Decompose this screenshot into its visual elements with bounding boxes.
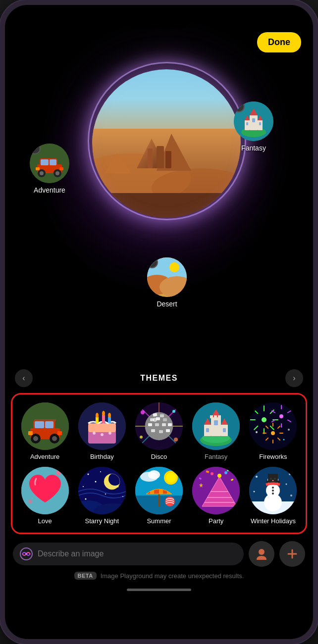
- theme-birthday-svg: [78, 402, 126, 450]
- svg-rect-7: [165, 151, 171, 168]
- describe-input[interactable]: [13, 543, 244, 565]
- theme-circle-starry-night: [78, 467, 126, 514]
- theme-circle-fantasy: [192, 402, 240, 450]
- svg-point-147: [105, 494, 106, 495]
- floating-item-desert[interactable]: −: [147, 257, 187, 308]
- add-button[interactable]: [279, 541, 305, 567]
- describe-input-wrapper: [13, 543, 244, 565]
- svg-point-130: [271, 431, 275, 435]
- theme-label-party: Party: [209, 517, 223, 525]
- theme-circle-love: [21, 467, 69, 514]
- svg-point-138: [100, 471, 101, 472]
- bottom-bar: BETA Image Playground may create unexpec…: [5, 534, 313, 598]
- theme-label-adventure: Adventure: [30, 453, 59, 461]
- svg-rect-46: [28, 431, 33, 435]
- theme-fantasy-svg: [192, 402, 240, 450]
- theme-item-fireworks[interactable]: Fireworks: [247, 402, 300, 461]
- person-button[interactable]: [249, 541, 274, 567]
- desert-label: Desert: [147, 300, 187, 308]
- svg-rect-9: [92, 193, 241, 218]
- svg-point-60: [108, 432, 111, 435]
- floating-item-fantasy[interactable]: −: [234, 101, 273, 152]
- svg-rect-8: [148, 149, 153, 168]
- orb-desert-svg: [92, 129, 241, 218]
- svg-rect-92: [211, 417, 221, 436]
- svg-point-87: [174, 438, 178, 442]
- svg-rect-51: [88, 423, 116, 432]
- svg-point-194: [289, 473, 291, 475]
- plus-icon: [285, 547, 299, 561]
- bottom-input-row: [13, 541, 305, 567]
- main-content: −: [5, 5, 313, 639]
- done-button[interactable]: Done: [257, 32, 301, 52]
- theme-circle-party: [192, 467, 240, 514]
- theme-label-disco: Disco: [151, 453, 167, 461]
- sparkle-icon: [20, 547, 33, 560]
- svg-point-86: [140, 436, 143, 439]
- theme-love-svg: [21, 467, 69, 514]
- theme-summer-svg: [135, 467, 183, 514]
- screen: Done: [5, 5, 313, 639]
- adventure-label: Adventure: [30, 186, 69, 194]
- svg-rect-82: [166, 429, 170, 432]
- floating-item-adventure[interactable]: −: [30, 144, 69, 194]
- svg-rect-29: [252, 118, 255, 122]
- svg-point-171: [217, 474, 221, 478]
- hero-area: −: [5, 5, 313, 361]
- theme-item-adventure[interactable]: Adventure: [18, 402, 71, 461]
- prev-arrow[interactable]: ‹: [15, 369, 33, 387]
- theme-circle-disco: [135, 402, 183, 450]
- theme-fireworks-svg: [249, 402, 297, 450]
- svg-point-84: [141, 410, 145, 414]
- theme-item-summer[interactable]: Summer: [132, 467, 185, 525]
- themes-grid-container: Adventure: [11, 393, 307, 534]
- svg-point-190: [272, 490, 274, 492]
- themes-header: ‹ THEMES ›: [5, 361, 313, 393]
- next-arrow[interactable]: ›: [285, 369, 303, 387]
- theme-item-love[interactable]: Love: [18, 467, 71, 525]
- theme-item-disco[interactable]: Disco: [132, 402, 185, 461]
- svg-point-173: [224, 471, 227, 474]
- svg-point-199: [259, 549, 265, 555]
- fantasy-label: Fantasy: [234, 144, 273, 152]
- svg-rect-81: [159, 430, 163, 433]
- svg-rect-75: [163, 418, 167, 421]
- theme-circle-winter-holidays: [249, 467, 297, 514]
- theme-item-starry-night[interactable]: Starry Night: [75, 467, 128, 525]
- svg-point-193: [286, 483, 287, 485]
- svg-rect-6: [157, 146, 164, 168]
- theme-item-party[interactable]: Party: [190, 467, 243, 525]
- theme-adventure-svg: [21, 402, 69, 450]
- beta-row: BETA Image Playground may create unexpec…: [13, 572, 305, 584]
- svg-point-137: [87, 473, 89, 475]
- theme-label-fantasy: Fantasy: [205, 453, 227, 461]
- svg-rect-78: [162, 423, 166, 426]
- sparkle-svg: [20, 547, 33, 560]
- svg-point-140: [120, 472, 121, 473]
- dynamic-island: [129, 12, 189, 29]
- theme-circle-adventure: [21, 402, 69, 450]
- svg-rect-77: [155, 423, 159, 426]
- theme-disco-svg: [135, 402, 183, 450]
- svg-point-56: [102, 411, 105, 416]
- theme-item-birthday[interactable]: Birthday: [75, 402, 128, 461]
- svg-point-58: [93, 432, 96, 435]
- theme-circle-summer: [135, 467, 183, 514]
- svg-rect-48: [34, 419, 56, 421]
- theme-circle-birthday: [78, 402, 126, 450]
- svg-point-132: [288, 429, 290, 431]
- svg-point-114: [262, 417, 266, 422]
- themes-grid: Adventure: [18, 402, 300, 525]
- svg-rect-94: [210, 415, 213, 418]
- svg-point-43: [33, 436, 38, 441]
- svg-rect-103: [223, 428, 226, 432]
- svg-point-192: [256, 476, 258, 478]
- theme-label-birthday: Birthday: [90, 453, 114, 461]
- svg-point-191: [272, 493, 274, 495]
- beta-text: Image Playground may create unexpected r…: [101, 572, 244, 580]
- svg-rect-20: [59, 167, 63, 170]
- beta-badge: BETA: [74, 572, 97, 580]
- theme-item-fantasy[interactable]: Fantasy: [190, 402, 243, 461]
- svg-rect-102: [206, 428, 209, 432]
- theme-item-winter-holidays[interactable]: Winter Holidays: [247, 467, 300, 525]
